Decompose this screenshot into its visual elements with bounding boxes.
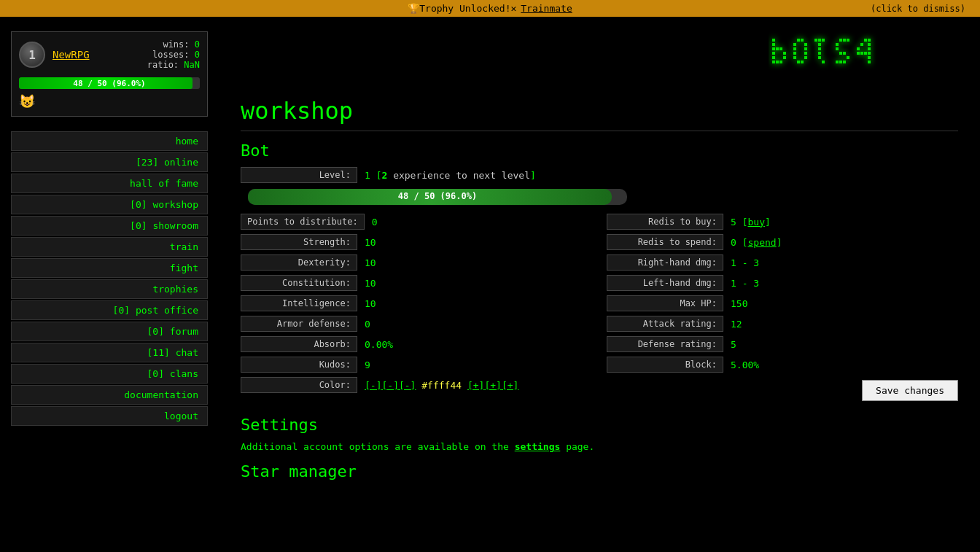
- bot-section: Bot Level: 1 [2 experience to next level…: [241, 141, 958, 401]
- nav-online[interactable]: [23] online: [11, 152, 208, 172]
- redis-buy-value: 5 [buy]: [723, 214, 778, 230]
- color-hex-value: #ffff44: [421, 380, 462, 391]
- user-wins: wins: 0: [147, 39, 200, 50]
- trophy-link[interactable]: Trainmate: [521, 3, 572, 14]
- save-btn-container: Save changes: [607, 380, 958, 401]
- stat-row-redis-spend: Redis to spend: 0 [spend]: [607, 234, 958, 250]
- nav-logout[interactable]: logout: [11, 406, 208, 426]
- stat-row-constitution: Constitution: 10: [241, 275, 592, 291]
- level-number: 1: [365, 170, 370, 181]
- nav-fight[interactable]: fight: [11, 258, 208, 278]
- intelligence-label: Intelligence:: [241, 295, 357, 311]
- nav-forum[interactable]: [0] forum: [11, 322, 208, 341]
- settings-text: Additional account options are available…: [241, 441, 958, 452]
- redis-spend-value: 0 [spend]: [723, 235, 789, 250]
- stat-row-left-hand: Left-hand dmg: 1 - 3: [607, 275, 958, 291]
- stat-row-kudos: Kudos: 9: [241, 357, 592, 373]
- attack-rating-label: Attack rating:: [607, 316, 723, 332]
- settings-text-after: page.: [566, 441, 594, 452]
- constitution-label: Constitution:: [241, 275, 357, 291]
- logo: [769, 31, 958, 90]
- nav-post-office[interactable]: [0] post office: [11, 300, 208, 320]
- stat-row-points: Points to distribute: 0: [241, 214, 592, 230]
- dismiss-text[interactable]: (click to dismiss): [871, 4, 965, 14]
- left-hand-label: Left-hand dmg:: [607, 275, 723, 291]
- dexterity-label: Dexterity:: [241, 254, 357, 271]
- color-plus-1[interactable]: [+]: [467, 380, 484, 391]
- stat-row-right-hand: Right-hand dmg: 1 - 3: [607, 254, 958, 271]
- nav-clans[interactable]: [0] clans: [11, 364, 208, 384]
- settings-title: Settings: [241, 416, 958, 434]
- avatar-level: 1: [28, 48, 36, 62]
- max-hp-value: 150: [723, 296, 755, 311]
- strength-value: 10: [357, 235, 384, 250]
- nav-home[interactable]: home: [11, 131, 208, 151]
- points-label: Points to distribute:: [241, 214, 365, 230]
- redis-buy-label: Redis to buy:: [607, 214, 723, 230]
- trophy-text: Trophy Unlocked!: [419, 3, 510, 14]
- max-hp-label: Max HP:: [607, 295, 723, 311]
- color-plus-3[interactable]: [+]: [502, 380, 518, 391]
- bot-section-title: Bot: [241, 141, 958, 160]
- user-card: 1 NewRPG wins: 0 losses: 0 ratio: NaN 48…: [11, 31, 208, 117]
- right-hand-label: Right-hand dmg:: [607, 254, 723, 271]
- level-exp: 2: [381, 170, 387, 181]
- stat-row-absorb: Absorb: 0.00%: [241, 336, 592, 352]
- color-plus-2[interactable]: [+]: [484, 380, 501, 391]
- nav-hall-of-fame[interactable]: hall of fame: [11, 174, 208, 193]
- nav-trophies[interactable]: trophies: [11, 279, 208, 299]
- right-hand-value: 1 - 3: [723, 255, 766, 271]
- user-name-link[interactable]: NewRPG: [52, 49, 90, 61]
- defense-rating-value: 5: [723, 337, 744, 352]
- user-losses: losses: 0: [147, 50, 200, 60]
- color-minus-3[interactable]: [-]: [399, 380, 416, 391]
- star-manager-section: Star manager: [241, 462, 958, 481]
- absorb-label: Absorb:: [241, 336, 357, 352]
- defense-rating-label: Defense rating:: [607, 336, 723, 352]
- stat-row-defense-rating: Defense rating: 5: [607, 336, 958, 352]
- redis-spend-link[interactable]: spend: [747, 237, 776, 248]
- color-value: [-][-][-] #ffff44 [+][+][+]: [357, 378, 526, 393]
- color-label: Color:: [241, 377, 357, 393]
- emoji-row: 😺: [19, 93, 200, 109]
- stat-row-attack-rating: Attack rating: 12: [607, 316, 958, 332]
- page-title: workshop: [241, 97, 958, 131]
- absorb-value: 0.00%: [357, 337, 400, 352]
- avatar: 1: [19, 42, 45, 68]
- user-ratio: ratio: NaN: [147, 60, 200, 70]
- armor-defense-label: Armor defense:: [241, 316, 357, 332]
- color-minus-1[interactable]: [-]: [365, 380, 381, 391]
- stats-left-col: Points to distribute: 0 Strength: 10 Dex…: [241, 214, 592, 401]
- redis-buy-link[interactable]: buy: [747, 217, 764, 228]
- stat-row-redis-buy: Redis to buy: 5 [buy]: [607, 214, 958, 230]
- nav-train[interactable]: train: [11, 237, 208, 257]
- nav-chat[interactable]: [11] chat: [11, 343, 208, 362]
- attack-rating-value: 12: [723, 316, 750, 332]
- stat-row-color: Color: [-][-][-] #ffff44 [+][+][+]: [241, 377, 592, 393]
- stat-row-strength: Strength: 10: [241, 234, 592, 250]
- nav-documentation[interactable]: documentation: [11, 385, 208, 405]
- intelligence-value: 10: [357, 296, 384, 311]
- armor-defense-value: 0: [357, 316, 378, 332]
- constitution-value: 10: [357, 276, 384, 291]
- strength-label: Strength:: [241, 234, 357, 250]
- main-xp-bar: 48 / 50 (96.0%): [248, 189, 627, 205]
- color-minus-2[interactable]: [-]: [381, 380, 398, 391]
- trophy-icon: 🏆: [408, 3, 419, 14]
- dexterity-value: 10: [357, 255, 384, 271]
- settings-link[interactable]: settings: [515, 441, 561, 452]
- points-value: 0: [365, 214, 385, 230]
- kudos-label: Kudos:: [241, 357, 357, 373]
- settings-section: Settings Additional account options are …: [241, 416, 958, 452]
- save-changes-button[interactable]: Save changes: [862, 380, 958, 401]
- trophy-separator: ✕: [510, 3, 516, 14]
- stat-row-max-hp: Max HP: 150: [607, 295, 958, 311]
- main-content: workshop Bot Level: 1 [2 experience to n…: [219, 17, 980, 527]
- kudos-value: 9: [357, 357, 378, 373]
- layout: 1 NewRPG wins: 0 losses: 0 ratio: NaN 48…: [0, 17, 980, 527]
- nav-workshop[interactable]: [0] workshop: [11, 195, 208, 214]
- redis-spend-label: Redis to spend:: [607, 234, 723, 250]
- level-exp-text: experience to next level: [393, 170, 530, 181]
- nav-showroom[interactable]: [0] showroom: [11, 216, 208, 236]
- sidebar: 1 NewRPG wins: 0 losses: 0 ratio: NaN 48…: [0, 17, 219, 527]
